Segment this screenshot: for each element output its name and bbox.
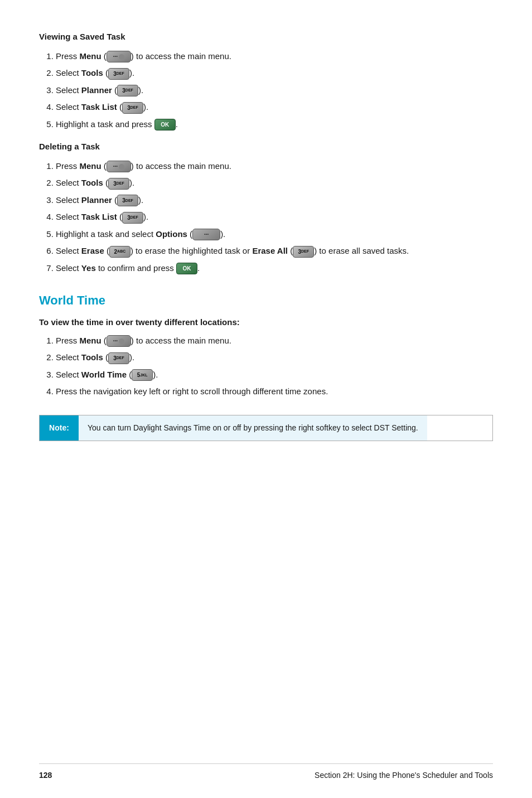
world-time-subheading: To view the time in over twenty differen… bbox=[39, 316, 493, 329]
viewing-step-3: Select Planner (3DEF). bbox=[56, 84, 493, 97]
viewing-heading: Viewing a Saved Task bbox=[39, 31, 493, 43]
2abc-button-icon: 2ABC bbox=[109, 246, 130, 258]
deleting-step-2: Select Tools (3DEF). bbox=[56, 177, 493, 190]
wt-step-2: Select Tools (3DEF). bbox=[56, 351, 493, 364]
deleting-section: Deleting a Task Press Menu (···) to acce… bbox=[39, 141, 493, 274]
3def-button-icon: 3DEF bbox=[108, 68, 129, 80]
wt-step-1: Press Menu (···) to access the main menu… bbox=[56, 335, 493, 347]
world-time-section: World Time To view the time in over twen… bbox=[39, 291, 493, 441]
page-content: Viewing a Saved Task Press Menu (···) to… bbox=[0, 0, 532, 497]
viewing-steps: Press Menu (···) to access the main menu… bbox=[56, 50, 493, 131]
viewing-s3-bold: Planner bbox=[81, 85, 112, 95]
viewing-s4-bold: Task List bbox=[81, 102, 117, 112]
menu-button-icon-d1: ··· bbox=[107, 161, 131, 172]
ok-button-icon-d7: OK bbox=[176, 263, 197, 274]
deleting-step-5: Highlight a task and select Options (···… bbox=[56, 228, 493, 241]
3def-button-d6: 3DEF bbox=[293, 246, 314, 258]
deleting-step-7: Select Yes to confirm and press OK. bbox=[56, 262, 493, 275]
options-button-icon: ··· bbox=[192, 229, 220, 240]
del-s5-bold: Options bbox=[156, 229, 187, 239]
deleting-heading: Deleting a Task bbox=[39, 141, 493, 153]
del-s4-bold: Task List bbox=[81, 212, 117, 221]
world-time-heading: World Time bbox=[39, 291, 493, 309]
menu-button-icon: ··· bbox=[107, 51, 131, 62]
wt-s3-bold: World Time bbox=[81, 370, 127, 379]
del-s6-bold1: Erase bbox=[81, 246, 104, 255]
del-s7-bold: Yes bbox=[81, 263, 96, 273]
del-s3-bold: Planner bbox=[81, 195, 112, 205]
del-s2-bold: Tools bbox=[81, 178, 103, 187]
viewing-s2-bold: Tools bbox=[81, 68, 103, 78]
note-box: Note: You can turn Daylight Savings Time… bbox=[39, 415, 493, 441]
ok-button-icon: OK bbox=[154, 119, 176, 130]
footer-section-text: Section 2H: Using the Phone's Scheduler … bbox=[315, 770, 493, 781]
5jkl-button-wt3: 5JKL bbox=[132, 369, 153, 381]
world-time-steps: Press Menu (···) to access the main menu… bbox=[56, 335, 493, 398]
3def-button-d2: 3DEF bbox=[108, 178, 129, 190]
note-text: You can turn Daylight Savings Time on or… bbox=[79, 415, 427, 441]
wt-s1-bold: Menu bbox=[80, 336, 101, 345]
3def-button-d3: 3DEF bbox=[117, 195, 138, 206]
menu-button-wt1: ··· bbox=[107, 335, 131, 347]
wt-s2-bold: Tools bbox=[81, 352, 103, 362]
viewing-section: Viewing a Saved Task Press Menu (···) to… bbox=[39, 31, 493, 130]
wt-step-4: Press the navigation key left or right t… bbox=[56, 385, 493, 398]
3def-button-icon-3: 3DEF bbox=[122, 102, 143, 114]
deleting-step-6: Select Erase (2ABC) to erase the highlig… bbox=[56, 245, 493, 258]
page-footer: 128 Section 2H: Using the Phone's Schedu… bbox=[39, 763, 493, 781]
del-s6-bold2: Erase All bbox=[252, 246, 288, 255]
viewing-s1-bold: Menu bbox=[80, 51, 101, 61]
wt-step-3: Select World Time (5JKL). bbox=[56, 369, 493, 381]
note-label: Note: bbox=[40, 415, 79, 441]
page-number: 128 bbox=[39, 770, 52, 781]
deleting-step-3: Select Planner (3DEF). bbox=[56, 194, 493, 207]
del-s1-bold: Menu bbox=[80, 161, 101, 171]
deleting-step-1: Press Menu (···) to access the main menu… bbox=[56, 160, 493, 173]
3def-button-d4: 3DEF bbox=[122, 212, 143, 224]
deleting-steps: Press Menu (···) to access the main menu… bbox=[56, 160, 493, 275]
viewing-step-1: Press Menu (···) to access the main menu… bbox=[56, 50, 493, 63]
viewing-step-4: Select Task List (3DEF). bbox=[56, 101, 493, 114]
3def-button-wt2: 3DEF bbox=[108, 352, 129, 364]
viewing-step-2: Select Tools (3DEF). bbox=[56, 67, 493, 80]
deleting-step-4: Select Task List (3DEF). bbox=[56, 211, 493, 224]
viewing-step-5: Highlight a task and press OK. bbox=[56, 118, 493, 131]
3def-button-icon-2: 3DEF bbox=[117, 85, 138, 96]
